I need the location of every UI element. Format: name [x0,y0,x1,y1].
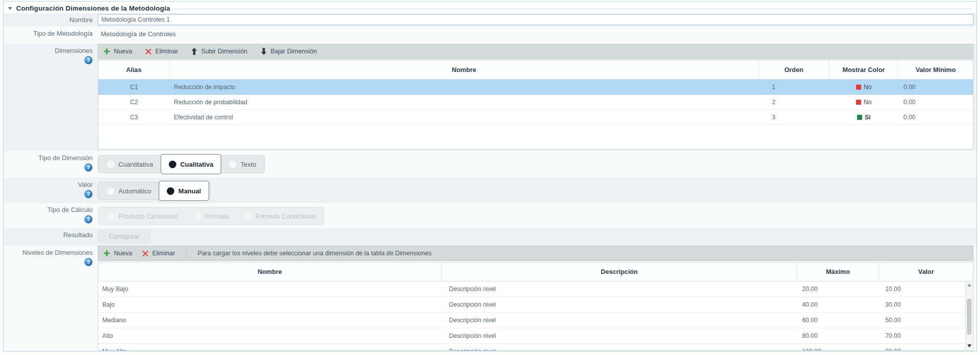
dimensiones-toolbar: Nueva Eliminar Subir Dimensión Bajar Dim… [98,44,973,59]
row-nombre: Nombre [4,13,976,27]
scroll-down-icon[interactable] [966,342,973,349]
cell-nombre: Muy Bajo [98,286,442,293]
cell-maximo: 100.00 [797,348,879,350]
row-valor: Valor ? AutomáticoManual [4,178,976,203]
eliminar-nivel-button[interactable]: Eliminar [142,250,175,257]
cell-nombre: Reducción de probabilidad [170,99,759,106]
cell-mostrar-color: Sí [829,114,898,121]
radio-icon [244,212,251,220]
cell-mostrar-color: No [829,99,898,106]
subir-dimension-button[interactable]: Subir Dimensión [191,48,247,55]
tipo-calculo-option-label: Fórmula [205,212,229,220]
collapse-icon[interactable] [8,7,12,10]
color-square-icon [856,85,861,90]
tipo-calculo-option-producto-cartesiano: Producto Cartesiano [99,207,186,225]
cell-valor-minimo: 0.00 [898,84,973,91]
col-header-nombre[interactable]: Nombre [98,262,442,281]
toolbar-separator [186,249,186,258]
valor-option-label: Manual [178,187,201,195]
cell-maximo: 80.00 [797,332,879,339]
table-row[interactable]: C3Efectividad de control3Sí0.00 [98,110,973,125]
cell-nombre: Reducción de impacto [170,84,759,91]
help-icon[interactable]: ? [84,258,93,266]
mostrar-color-text: No [864,99,872,106]
cell-descripcion: Descripción nivel [442,317,797,324]
configurar-button[interactable]: Configurar [98,230,151,243]
x-icon [145,48,152,55]
mostrar-color-text: No [864,84,872,91]
table-row[interactable]: MedianoDescripción nivel60.0050.00 [98,313,973,328]
col-header-orden[interactable]: Orden [759,60,829,79]
cell-nombre: Muy Alto [98,348,442,350]
cell-valor: 50.00 [879,317,973,324]
valor-option-label: Automático [118,187,151,195]
tipo-calculo-option-fórmula-condicional: Fórmula Condicional [236,207,323,225]
tipo-dimension-radio-group: CuantitativaCualitativaTexto [98,155,265,173]
tipo-dimension-option-cualitativa[interactable]: Cualitativa [161,154,222,174]
x-icon [142,250,149,257]
valor-option-automático[interactable]: Automático [99,182,159,199]
bajar-dimension-button[interactable]: Bajar Dimensión [260,48,317,55]
scroll-up-icon[interactable] [966,281,973,289]
tipo-calculo-option-label: Producto Cartesiano [118,212,178,220]
col-header-mostrar-color[interactable]: Mostrar Color [829,60,898,79]
row-dimensiones: Dimensiones ? Nueva Eliminar [4,44,976,151]
table-row[interactable]: Muy BajoDescripción nivel20.0010.00 [98,281,973,297]
dimensiones-table: Alias Nombre Orden Mostrar Color Valor M… [98,60,973,150]
table-row[interactable]: BajoDescripción nivel40.0030.00 [98,297,973,313]
cell-descripcion: Descripción nivel [442,301,797,308]
col-header-descripcion[interactable]: Descripción [442,262,797,281]
help-icon[interactable]: ? [84,190,93,198]
tipo-metodologia-label: Tipo de Metodología [33,30,93,37]
cell-alias: C1 [98,84,170,91]
cell-descripcion: Descripción nivel [442,286,797,293]
tipo-metodologia-value: Metodología de Controles [98,27,973,38]
col-header-nombre[interactable]: Nombre [170,60,759,79]
row-tipo-metodologia: Tipo de Metodología Metodología de Contr… [4,27,976,44]
plus-icon [103,250,110,257]
vertical-scrollbar[interactable] [965,281,973,350]
tipo-calculo-radio-group: Producto CartesianoFórmulaFórmula Condic… [98,207,324,225]
cell-valor: 30.00 [879,301,973,308]
radio-selected-icon [169,161,176,168]
svg-text:?: ? [87,191,90,197]
tipo-dimension-option-texto[interactable]: Texto [221,156,264,173]
cell-valor: 90.00 [879,348,973,350]
radio-icon [107,161,114,168]
cell-orden: 2 [759,99,829,106]
help-icon[interactable]: ? [84,56,93,64]
plus-icon [103,48,110,55]
eliminar-button[interactable]: Eliminar [145,48,178,55]
niveles-table-header: Nombre Descripción Máximo Valor [98,262,973,281]
col-header-alias[interactable]: Alias [98,60,170,79]
nombre-input[interactable] [98,14,973,25]
cell-nombre: Mediano [98,317,442,324]
scrollbar-thumb[interactable] [967,299,971,335]
col-header-maximo[interactable]: Máximo [797,262,879,281]
table-row[interactable]: C1Reducción de impacto1No0.00 [98,80,973,95]
tipo-dimension-option-cuantitativa[interactable]: Cuantitativa [99,156,161,173]
valor-option-manual[interactable]: Manual [159,181,209,201]
table-row[interactable]: Muy AltoDescripción nivel100.0090.00 [98,344,973,350]
cell-descripcion: Descripción nivel [442,348,797,350]
niveles-label: Niveles de Dimensiones [23,249,93,256]
col-header-valor-minimo[interactable]: Valor Mínimo [898,60,973,79]
table-row[interactable]: C2Reducción de probabilidad2No0.00 [98,95,973,110]
cell-maximo: 60.00 [797,317,879,324]
dimensiones-label: Dimensiones [55,47,93,54]
radio-icon [107,187,114,195]
col-header-valor[interactable]: Valor [879,262,973,281]
nueva-nivel-button[interactable]: Nueva [103,250,132,257]
cell-maximo: 40.00 [797,301,879,308]
mostrar-color-text: Sí [865,114,871,121]
nombre-label: Nombre [70,16,93,24]
svg-text:?: ? [87,217,90,222]
niveles-table: Nombre Descripción Máximo Valor Muy Bajo… [98,262,973,351]
nueva-button[interactable]: Nueva [103,48,132,55]
panel-title-row: Configuración Dimensiones de la Metodolo… [4,2,976,13]
methodology-config-panel: Configuración Dimensiones de la Metodolo… [3,1,977,351]
help-icon[interactable]: ? [84,163,93,172]
help-icon[interactable]: ? [84,215,93,224]
table-row[interactable]: AltoDescripción nivel80.0070.00 [98,328,973,344]
cell-descripcion: Descripción nivel [442,332,797,339]
